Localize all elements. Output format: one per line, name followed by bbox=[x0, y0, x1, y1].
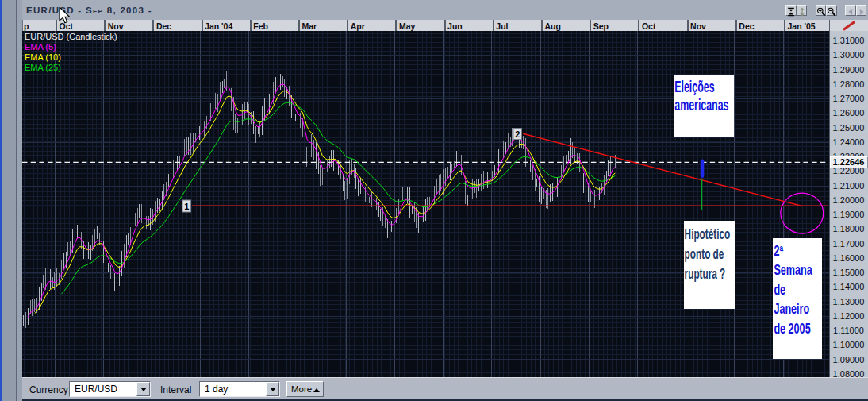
svg-text:1: 1 bbox=[184, 202, 189, 211]
svg-text:2: 2 bbox=[515, 129, 520, 139]
